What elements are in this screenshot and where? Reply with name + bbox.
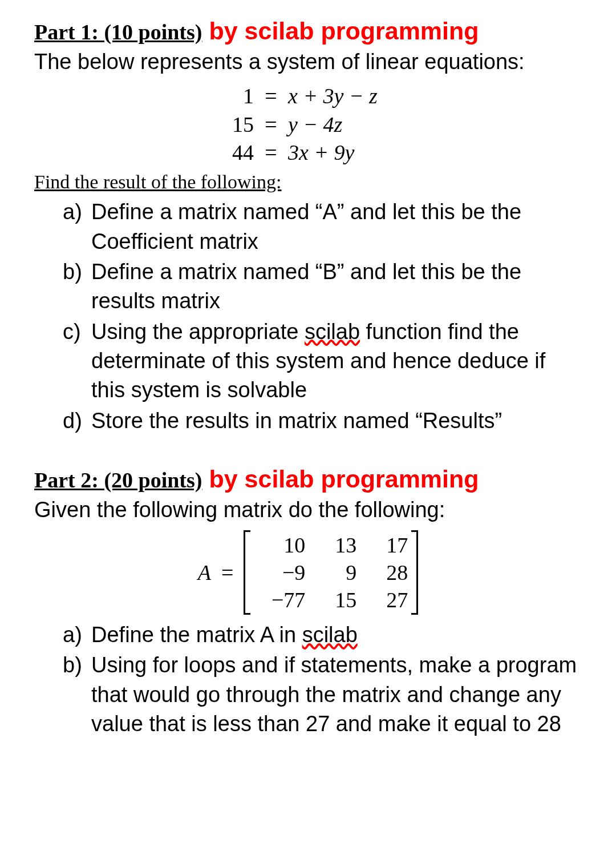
spellcheck-squiggle: scilab: [305, 320, 360, 344]
matrix-bracket: 10 13 17 −9 9 28 −77 15 27: [244, 530, 418, 615]
list-content: Define a matrix named “A” and let this b…: [91, 197, 582, 256]
equation-row: 15 = y − 4z: [34, 111, 582, 139]
equation-row: 44 = 3x + 9y: [34, 139, 582, 167]
part1-list: a) Define a matrix named “A” and let thi…: [63, 197, 582, 435]
part2-label: Part 2: (20 points): [34, 467, 202, 493]
equation-rhs: 3x + 9y: [288, 139, 419, 167]
matrix-equals: =: [221, 560, 233, 585]
bracket-right: [411, 530, 418, 615]
list-content: Using the appropriate scilab function fi…: [91, 317, 582, 405]
list-content: Define the matrix A in scilab: [91, 620, 582, 650]
equation-equals: =: [254, 82, 288, 110]
matrix-cell: 10: [254, 533, 305, 558]
list-marker: a): [63, 197, 91, 256]
equation-rhs: y − 4z: [288, 111, 419, 139]
equation-equals: =: [254, 111, 288, 139]
matrix-cell: −77: [254, 587, 305, 612]
part1-label: Part 1: (10 points): [34, 19, 202, 45]
list-item: a) Define the matrix A in scilab: [63, 620, 582, 650]
part1-intro: The below represents a system of linear …: [34, 47, 582, 76]
part2-list: a) Define the matrix A in scilab b) Usin…: [63, 620, 582, 739]
equation-row: 1 = x + 3y − z: [34, 82, 582, 110]
equation-rhs: x + 3y − z: [288, 82, 419, 110]
matrix-name: A: [198, 560, 211, 585]
find-result-heading: Find the result of the following:: [34, 171, 582, 193]
equation-lhs: 44: [197, 139, 254, 167]
equation-lhs: 1: [197, 82, 254, 110]
matrix-cell: 13: [317, 533, 356, 558]
part1-heading: Part 1: (10 points) by scilab programmin…: [34, 17, 582, 45]
part2-intro: Given the following matrix do the follow…: [34, 495, 582, 525]
list-content: Store the results in matrix named “Resul…: [91, 406, 582, 435]
list-item: c) Using the appropriate scilab function…: [63, 317, 582, 405]
list-item: b) Using for loops and if statements, ma…: [63, 651, 582, 739]
list-marker: d): [63, 406, 91, 435]
list-marker: c): [63, 317, 91, 405]
matrix-cell: 15: [317, 587, 356, 612]
list-marker: b): [63, 651, 91, 739]
list-marker: a): [63, 620, 91, 650]
matrix-cell: −9: [254, 560, 305, 585]
equation-block: 1 = x + 3y − z 15 = y − 4z 44 = 3x + 9y: [34, 82, 582, 167]
matrix-display: A = 10 13 17 −9 9 28 −77 15 27: [34, 530, 582, 615]
list-item: d) Store the results in matrix named “Re…: [63, 406, 582, 435]
list-marker: b): [63, 257, 91, 316]
equation-lhs: 15: [197, 111, 254, 139]
spellcheck-squiggle: scilab: [302, 623, 358, 647]
matrix-cell: 9: [317, 560, 356, 585]
list-item: b) Define a matrix named “B” and let thi…: [63, 257, 582, 316]
part2-scilab-label: by scilab programming: [209, 465, 479, 493]
list-item: a) Define a matrix named “A” and let thi…: [63, 197, 582, 256]
matrix-cell: 17: [368, 533, 408, 558]
matrix-cell: 28: [368, 560, 408, 585]
bracket-left: [244, 530, 250, 615]
part1-scilab-label: by scilab programming: [209, 17, 479, 45]
part2-heading: Part 2: (20 points) by scilab programmin…: [34, 465, 582, 493]
list-content: Define a matrix named “B” and let this b…: [91, 257, 582, 316]
matrix-cell: 27: [368, 587, 408, 612]
list-content: Using for loops and if statements, make …: [91, 651, 582, 739]
matrix-content: 10 13 17 −9 9 28 −77 15 27: [250, 530, 411, 615]
equation-equals: =: [254, 139, 288, 167]
